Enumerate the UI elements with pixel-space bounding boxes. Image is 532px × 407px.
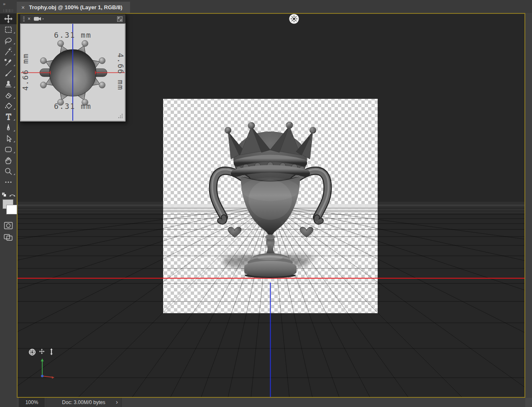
tools-panel: » xyxy=(0,0,17,407)
measurement-top: 6.31 mm xyxy=(21,31,125,39)
screen-mode-icon xyxy=(3,232,14,242)
eyedropper-icon xyxy=(4,58,13,67)
eyedropper-tool[interactable] xyxy=(0,57,17,68)
type-icon: T xyxy=(4,112,13,121)
hand-tool[interactable] xyxy=(0,155,17,166)
measurement-left: 4.66 mm xyxy=(21,50,30,94)
magic-wand-icon xyxy=(4,47,13,56)
paint-bucket-tool[interactable] xyxy=(0,100,17,111)
top-view-viewport[interactable]: 6.31 mm 6.31 mm 4.66 mm 4.66 mm xyxy=(20,23,125,121)
measurement-right: 4.66 mm xyxy=(116,50,125,94)
secondary-view-header[interactable]: × xyxy=(20,14,125,23)
screen-mode-button[interactable] xyxy=(0,232,17,243)
ellipsis-icon xyxy=(4,178,13,187)
move-icon xyxy=(4,14,13,23)
doc-size-text: Doc: 3.00M/0 bytes xyxy=(62,399,105,405)
magic-wand-tool[interactable] xyxy=(0,46,17,57)
measurement-bottom: 6.31 mm xyxy=(21,102,125,111)
zoom-level-field[interactable]: 100% xyxy=(19,398,45,407)
path-selection-tool[interactable] xyxy=(0,133,17,144)
3d-nav-widgets xyxy=(29,348,54,379)
svg-text:T: T xyxy=(6,113,11,121)
background-color-swatch[interactable] xyxy=(6,205,17,214)
lasso-icon xyxy=(4,36,13,45)
brush-icon xyxy=(4,69,13,78)
tab-close-icon[interactable]: × xyxy=(21,5,25,10)
color-swatches[interactable] xyxy=(0,199,17,218)
eraser-icon xyxy=(4,90,13,100)
dolly-camera-icon[interactable] xyxy=(50,348,53,355)
eraser-tool[interactable] xyxy=(0,90,17,100)
panel-grip-icon[interactable] xyxy=(23,16,25,21)
brush-tool[interactable] xyxy=(0,68,17,79)
pan-camera-icon[interactable] xyxy=(39,349,44,354)
status-options-chevron-icon[interactable]: › xyxy=(116,398,118,405)
document-tab[interactable]: × Trophy.obj @ 100% (Layer 1, RGB/8) xyxy=(16,2,130,13)
zoom-tool[interactable] xyxy=(0,166,17,177)
panel-resize-grip[interactable] xyxy=(118,114,123,118)
clone-stamp-icon xyxy=(4,80,13,89)
photoshop-window: × Trophy.obj @ 100% (Layer 1, RGB/8) xyxy=(0,0,532,407)
document-title: Trophy.obj @ 100% (Layer 1, RGB/8) xyxy=(29,4,122,10)
lasso-tool[interactable] xyxy=(0,35,17,46)
orbit-camera-icon[interactable] xyxy=(29,349,35,355)
default-colors-icon[interactable] xyxy=(2,193,6,197)
type-tool[interactable]: T xyxy=(0,111,17,122)
pen-tool[interactable] xyxy=(0,122,17,133)
hand-icon xyxy=(4,156,13,165)
marquee-icon xyxy=(4,25,13,34)
rectangular-marquee-tool[interactable] xyxy=(0,24,17,35)
quick-mask-button[interactable] xyxy=(0,220,17,231)
selection-arrow-icon xyxy=(4,134,13,143)
document-info: Doc: 3.00M/0 bytes › xyxy=(46,398,122,407)
scrollbar-track xyxy=(525,13,532,398)
scrollbar-corner xyxy=(525,398,532,407)
paint-bucket-icon xyxy=(4,101,13,111)
quick-mask-icon xyxy=(3,221,14,231)
status-bar: 100% Doc: 3.00M/0 bytes › xyxy=(17,398,525,407)
panel-close-icon[interactable]: × xyxy=(28,16,31,21)
camera-icon[interactable] xyxy=(33,16,44,22)
panel-drag-grip[interactable] xyxy=(3,9,13,12)
move-tool[interactable] xyxy=(0,13,17,24)
secondary-view-panel[interactable]: × xyxy=(20,14,126,122)
document-tab-bar: × Trophy.obj @ 100% (Layer 1, RGB/8) xyxy=(0,0,532,13)
swap-colors-icon[interactable] xyxy=(10,195,15,196)
edit-toolbar-button[interactable] xyxy=(0,177,17,188)
rounded-rectangle-icon xyxy=(4,145,13,154)
swap-views-icon[interactable] xyxy=(117,16,123,22)
clone-stamp-tool[interactable] xyxy=(0,79,17,90)
3d-light-widget[interactable] xyxy=(289,14,299,24)
collapse-panel-icon[interactable]: » xyxy=(0,0,17,8)
3d-axis-widget xyxy=(41,358,55,379)
pen-icon xyxy=(4,123,13,132)
magnifier-icon xyxy=(4,167,13,176)
rounded-rectangle-shape-tool[interactable] xyxy=(0,144,17,155)
